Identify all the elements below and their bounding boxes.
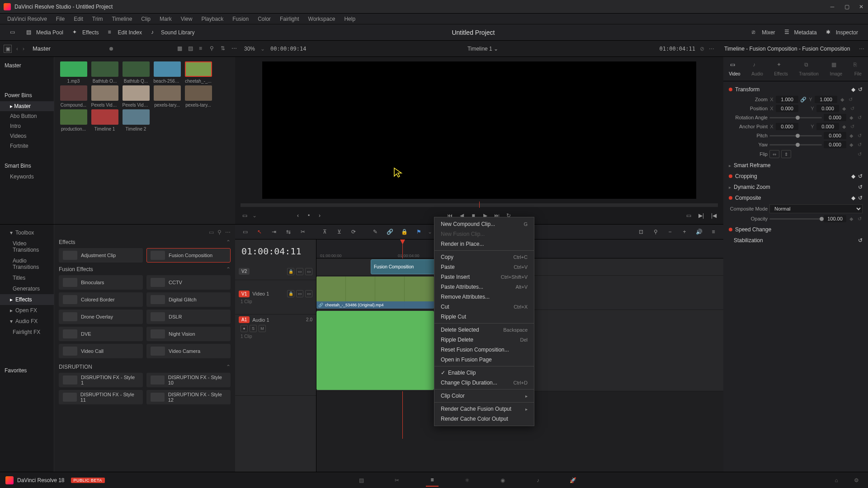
menu-workspace[interactable]: Workspace	[305, 15, 339, 23]
tab-image[interactable]: ▦Image	[826, 60, 846, 78]
context-menu-item[interactable]: Change Clip Duration...Ctrl+D	[434, 378, 534, 388]
menu-timeline[interactable]: Timeline	[108, 15, 136, 23]
fx-card[interactable]: DVE	[59, 327, 143, 341]
menu-playback[interactable]: Playback	[198, 15, 227, 23]
flag-icon[interactable]: ⚑	[413, 226, 424, 237]
zoom-lock-icon[interactable]: ⚲	[650, 226, 661, 237]
inspector-button[interactable]: ✱Inspector	[821, 27, 863, 38]
fx-adjustment-clip[interactable]: Adjustment Clip	[59, 248, 143, 263]
fx-cat[interactable]: Video Transitions	[0, 238, 54, 255]
bin-master[interactable]: ▸ Master	[0, 101, 54, 111]
context-menu-item[interactable]: ✓Enable Clip	[434, 368, 534, 378]
edit-page-button[interactable]: ≡	[426, 474, 439, 487]
collapse-icon[interactable]: ⌃	[226, 266, 231, 272]
media-clip[interactable]: Bathtub O...	[90, 61, 119, 84]
menu-help[interactable]: Help	[340, 15, 359, 23]
arm-icon[interactable]: ●	[241, 325, 248, 332]
nav-first-icon[interactable]: ‹	[294, 211, 302, 220]
fx-card[interactable]: Colored Border	[59, 292, 143, 307]
stabilization-header[interactable]: ▸Stabilization↺	[727, 235, 864, 246]
auto-select-icon[interactable]: ▭	[296, 290, 303, 297]
reset-icon[interactable]: ↺	[847, 96, 854, 103]
media-clip[interactable]: pexels-tary...	[184, 85, 213, 108]
close-button[interactable]: ✕	[858, 4, 864, 10]
media-clip[interactable]: Pexels Vide...	[90, 85, 119, 108]
master-bin[interactable]: Master	[0, 60, 54, 71]
fx-search-icon[interactable]: ⚲	[217, 229, 222, 235]
fx-fairlightfx[interactable]: Fairlight FX	[0, 327, 54, 338]
fx-card[interactable]: DISRUPTION FX - Style 11	[59, 390, 143, 404]
reset-icon[interactable]: ↺	[849, 105, 855, 112]
lock-icon[interactable]: 🔒	[287, 268, 294, 275]
menu-color[interactable]: Color	[254, 15, 274, 23]
mark-out-icon[interactable]: ▶|	[697, 211, 705, 220]
viewer-zoom[interactable]: 30%	[244, 46, 255, 52]
track-header-v1[interactable]: V1 Video 1 🔒▭▭ 1 Clip	[235, 280, 316, 314]
deliver-page-button[interactable]: 🚀	[567, 474, 580, 487]
menu-davinci[interactable]: DaVinci Resolve	[4, 15, 51, 23]
track-header-v2[interactable]: V2 🔒▭▭	[235, 263, 316, 280]
audio-icon[interactable]: 🔊	[693, 226, 704, 237]
zoom-y-field[interactable]: 1.000	[815, 96, 837, 103]
keyframe-icon[interactable]: ◆	[841, 105, 847, 112]
grid-view-icon[interactable]: ▤	[188, 45, 195, 52]
composite-header[interactable]: Composite◆↺	[727, 192, 864, 203]
solo-icon[interactable]: S	[250, 325, 257, 332]
fx-card[interactable]: Drone Overlay	[59, 310, 143, 324]
sound-library-button[interactable]: ♪Sound Library	[146, 27, 199, 38]
fx-card[interactable]: DISRUPTION FX - Style 10	[146, 373, 231, 387]
zoom-x-field[interactable]: 1.000	[776, 96, 798, 103]
anchor-x-field[interactable]: 0.000	[776, 123, 798, 130]
collapse-icon[interactable]: ⌃	[226, 364, 231, 370]
mark-in-icon[interactable]: |◀	[710, 211, 718, 220]
nav-dot-icon[interactable]: •	[305, 211, 313, 220]
tab-file[interactable]: ⎘File	[850, 60, 866, 78]
media-clip[interactable]: cheetah_-_...	[184, 61, 213, 84]
fx-card[interactable]: DISRUPTION FX - Style 12	[146, 390, 231, 404]
timeline-name-dropdown[interactable]: Timeline 1 ⌄	[307, 46, 660, 52]
bin-item[interactable]: Abo Button	[0, 111, 54, 121]
context-menu-item[interactable]: Paste InsertCtrl+Shift+V	[434, 272, 534, 282]
context-menu-item[interactable]: Paste Attributes...Alt+V	[434, 282, 534, 292]
yaw-slider[interactable]	[769, 144, 822, 145]
context-menu-item[interactable]: Render Cache Color Output	[434, 414, 534, 424]
list-view-icon[interactable]: ≡	[199, 45, 206, 52]
replace-icon[interactable]: ⟳	[348, 226, 359, 237]
audio-clip[interactable]	[316, 311, 434, 390]
fx-card[interactable]: Night Vision	[146, 327, 231, 341]
keyframe-icon[interactable]: ◆	[848, 114, 854, 121]
media-clip[interactable]: pexels-tary...	[152, 85, 182, 108]
reset-icon[interactable]: ↺	[856, 132, 863, 139]
v2-badge[interactable]: V2	[239, 268, 250, 275]
speed-change-header[interactable]: Speed Change	[727, 224, 864, 235]
rotation-slider[interactable]	[769, 117, 822, 118]
bin-item[interactable]: Videos	[0, 131, 54, 141]
transform-header[interactable]: Transform◆↺	[727, 84, 864, 95]
mixer-button[interactable]: ⎚Mixer	[747, 27, 779, 38]
context-menu-item[interactable]: PasteCtrl+V	[434, 262, 534, 272]
fx-card[interactable]: Video Call	[59, 344, 143, 358]
context-menu-item[interactable]: Ripple DeleteDel	[434, 335, 534, 345]
flip-h-button[interactable]: ⇔	[769, 150, 779, 158]
dynamic-zoom-header[interactable]: ▸Dynamic Zoom↺	[727, 182, 864, 192]
mute-icon[interactable]: M	[259, 325, 266, 332]
icon-view-icon[interactable]: ▭	[209, 229, 214, 235]
track-header-a1[interactable]: A1 Audio 1 2.0 ● S M 1 Clip	[235, 314, 316, 396]
enable-icon[interactable]: ▭	[305, 290, 312, 297]
reset-icon[interactable]: ↺	[856, 216, 863, 222]
cut-page-button[interactable]: ✂	[391, 474, 403, 487]
reset-icon[interactable]: ↺	[858, 86, 863, 93]
menu-view[interactable]: View	[177, 15, 196, 23]
keyframe-icon[interactable]: ◆	[839, 96, 845, 103]
fx-card[interactable]: Digital Glitch	[146, 292, 231, 307]
fx-more-icon[interactable]: ⋯	[225, 229, 231, 235]
fx-cat[interactable]: Generators	[0, 283, 54, 294]
pos-y-field[interactable]: 0.000	[816, 105, 839, 112]
context-menu-item[interactable]: New Compound Clip...G	[434, 219, 534, 229]
smart-bins-header[interactable]: Smart Bins	[0, 160, 54, 172]
context-menu-item[interactable]: Delete SelectedBackspace	[434, 325, 534, 335]
menu-edit[interactable]: Edit	[70, 15, 87, 23]
auto-select-icon[interactable]: ▭	[296, 268, 303, 275]
tab-audio[interactable]: ♪Audio	[748, 60, 767, 78]
media-clip[interactable]: Timeline 2	[121, 109, 151, 131]
